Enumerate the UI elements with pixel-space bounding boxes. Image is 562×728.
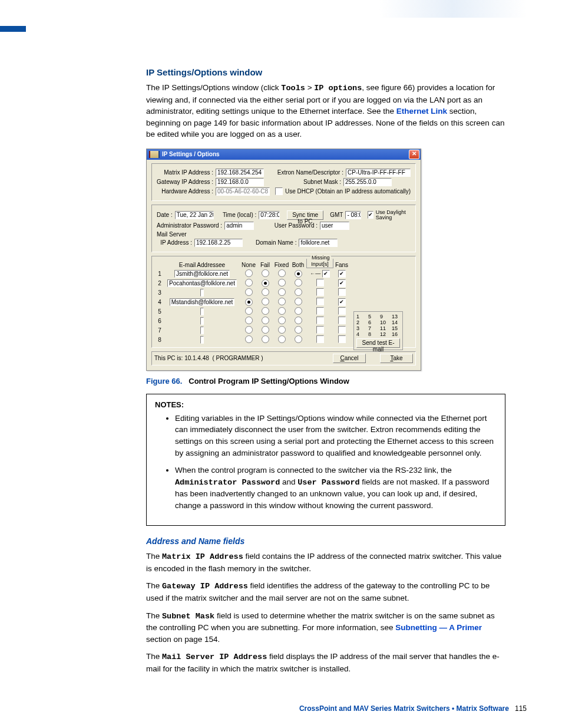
radio-none[interactable]: [245, 298, 253, 306]
cancel-button[interactable]: Cancel: [333, 354, 366, 363]
radio-fail[interactable]: [262, 307, 269, 315]
intro-paragraph: The IP Settings/Options window (click To…: [146, 82, 505, 140]
fans-checkbox[interactable]: [338, 288, 346, 296]
fans-checkbox[interactable]: [338, 335, 346, 343]
missing-checkbox[interactable]: [316, 298, 324, 305]
date-field[interactable]: Tue, 22 Jan 2008: [175, 211, 214, 219]
radio-fixed[interactable]: [278, 298, 286, 305]
email-field[interactable]: [200, 289, 204, 297]
radio-fail[interactable]: [262, 298, 269, 305]
radio-fixed[interactable]: [278, 279, 286, 286]
fans-checkbox[interactable]: ✔: [338, 279, 346, 287]
hardware-field: 00-05-A6-02-60-C8: [216, 187, 270, 196]
heading-address-name: Address and Name fields: [146, 536, 505, 546]
label-user-pw: User Password :: [275, 222, 318, 229]
subnetting-link[interactable]: Subnetting — A Primer: [395, 623, 482, 632]
sync-time-button[interactable]: Sync time to PC: [287, 210, 323, 220]
email-panel: E-mail Addressee None Fail Fixed Both Mi…: [151, 256, 416, 348]
email-table-header: E-mail Addressee None Fail Fixed Both Mi…: [156, 259, 412, 268]
radio-fail[interactable]: [262, 326, 269, 334]
row-index: 3: [156, 289, 164, 296]
radio-both[interactable]: [295, 335, 302, 343]
admin-pw-field[interactable]: admin: [224, 222, 254, 230]
email-field[interactable]: [200, 327, 204, 334]
row-index: 4: [156, 299, 164, 305]
radio-none[interactable]: [245, 307, 253, 315]
missing-checkbox[interactable]: [316, 317, 324, 324]
radio-none[interactable]: [245, 279, 253, 286]
fans-checkbox[interactable]: ✔: [338, 270, 346, 278]
address-panel: Matrix IP Address : 192.168.254.254 Extr…: [151, 163, 416, 201]
radio-fixed[interactable]: [278, 326, 286, 334]
para-subnet: The Subnet Mask field is used to determi…: [146, 610, 505, 645]
dialog-titlebar[interactable]: IP Settings / Options ✕: [147, 149, 421, 160]
fans-checkbox[interactable]: [338, 326, 346, 334]
take-button[interactable]: Take: [380, 354, 413, 363]
radio-fail[interactable]: [262, 279, 269, 287]
email-field[interactable]: [200, 336, 204, 344]
subnet-field[interactable]: 255.255.0.0: [343, 178, 392, 186]
email-field[interactable]: [200, 317, 204, 325]
missing-checkbox[interactable]: [316, 307, 324, 315]
gateway-ip-field[interactable]: 192.168.0.0: [216, 178, 264, 186]
ethernet-link[interactable]: Ethernet Link: [396, 107, 447, 116]
matrix-ip-field[interactable]: 192.168.254.254: [216, 169, 264, 177]
radio-none[interactable]: [245, 335, 253, 343]
radio-fixed[interactable]: [278, 317, 286, 324]
status-text: This PC is: 10.1.4.48 ( PROGRAMMER ): [154, 355, 263, 361]
para-gateway-ip: The Gateway IP Address field identifies …: [146, 580, 505, 604]
radio-fixed[interactable]: [278, 307, 286, 315]
radio-fail[interactable]: [262, 335, 269, 343]
email-field[interactable]: Pocahontas@folklore.net: [167, 279, 237, 287]
row-index: 5: [156, 308, 164, 315]
radio-none[interactable]: [245, 269, 253, 277]
label-time: Time (local) :: [223, 212, 256, 218]
email-field[interactable]: Jsmith@folklore.net: [174, 270, 230, 278]
mail-ip-field[interactable]: 192.168.2.25: [194, 239, 243, 247]
radio-both[interactable]: [295, 298, 302, 305]
radio-fail[interactable]: [262, 269, 269, 277]
user-pw-field[interactable]: user: [320, 222, 349, 230]
radio-both[interactable]: [295, 326, 302, 334]
close-icon[interactable]: ✕: [409, 150, 419, 159]
use-dhcp-checkbox[interactable]: [275, 187, 283, 195]
label-hardware: Hardware Address :: [157, 188, 213, 195]
radio-none[interactable]: [245, 326, 253, 334]
email-field[interactable]: [200, 308, 204, 315]
email-field[interactable]: Mstandish@folklore.net: [170, 298, 235, 306]
heading-ip-settings: IP Settings/Options window: [146, 67, 505, 77]
accent-bar: [0, 26, 26, 32]
radio-fail[interactable]: [262, 317, 269, 324]
page-footer: CrossPoint and MAV Series Matrix Switche…: [299, 704, 527, 713]
fans-checkbox[interactable]: [338, 307, 346, 315]
row-index: 7: [156, 327, 164, 334]
missing-checkbox[interactable]: [316, 326, 324, 334]
radio-both[interactable]: [295, 317, 302, 324]
domain-field[interactable]: folklore.net: [299, 239, 338, 247]
radio-fail[interactable]: [262, 288, 269, 296]
fans-checkbox[interactable]: [338, 317, 346, 324]
radio-both[interactable]: [295, 307, 302, 315]
dialog-title: IP Settings / Options: [162, 151, 409, 157]
radio-fixed[interactable]: [278, 335, 286, 343]
missing-checkbox[interactable]: [316, 279, 324, 286]
radio-fixed[interactable]: [278, 269, 286, 277]
missing-checkbox[interactable]: [316, 335, 324, 343]
extron-name-field[interactable]: CP-Ultra-IP-FF-FF-FF: [346, 169, 411, 177]
daylight-checkbox[interactable]: ✔: [368, 211, 373, 219]
label-subnet: Subnet Mask :: [303, 179, 341, 185]
fans-checkbox[interactable]: ✔: [338, 298, 346, 306]
radio-both[interactable]: [295, 288, 302, 296]
missing-checkbox[interactable]: ✔: [322, 270, 330, 278]
radio-none[interactable]: [245, 317, 253, 324]
send-test-button[interactable]: Send test E-mail: [356, 338, 400, 348]
radio-both[interactable]: [295, 270, 302, 278]
radio-fixed[interactable]: [278, 288, 286, 296]
time-field[interactable]: 07:28:00: [259, 211, 279, 219]
label-date: Date :: [157, 212, 173, 218]
radio-none[interactable]: [245, 288, 253, 296]
missing-checkbox[interactable]: [316, 288, 324, 296]
para-mailserver: The Mail Server IP Address field display…: [146, 651, 505, 674]
gmt-field[interactable]: - 08:00: [345, 211, 361, 219]
radio-both[interactable]: [295, 279, 302, 286]
